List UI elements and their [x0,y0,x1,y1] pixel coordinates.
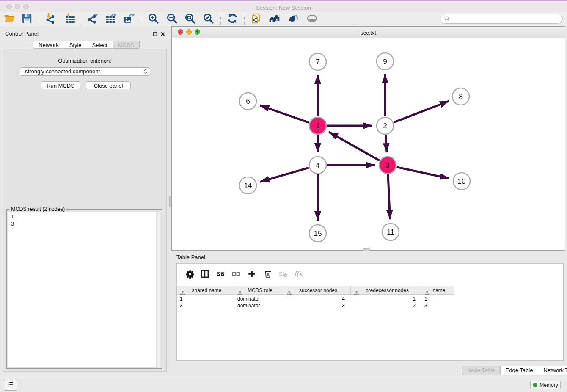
mcds-panel: Optimization criterion: strongly connect… [3,49,167,372]
edge-2-3[interactable] [385,135,387,152]
open-session-icon [4,13,15,26]
zoom-selected-icon [203,13,214,26]
column-header-name[interactable]: name [421,286,454,294]
zoom-out-icon [166,13,178,26]
edge-2-8[interactable] [394,101,449,122]
add-row-button[interactable] [246,269,257,280]
apply-preferred-layout-button[interactable] [226,13,239,25]
list-icon [7,381,14,390]
float-panel-icon[interactable] [152,31,158,36]
zoom-in-button[interactable] [146,13,160,25]
zoom-out-button[interactable] [165,13,179,25]
select-all-rows-button[interactable] [215,269,226,280]
edge-3-10[interactable] [396,167,449,179]
column-label: shared name [192,287,221,293]
network-canvas[interactable]: 1234678910111415 [172,38,565,250]
cell: 3 [177,303,234,309]
mcds-result-title: MCDS result (2 nodes) [9,206,66,212]
control-panel-tabs: NetworkStyleSelectMCDS [33,41,140,49]
node-8[interactable]: 8 [452,88,469,105]
toolbar-divider [244,14,245,25]
task-history-button[interactable] [4,380,17,391]
node-3[interactable]: 3 [379,157,396,174]
node-15[interactable]: 15 [309,225,326,242]
svg-text:4: 4 [316,161,319,169]
criterion-select[interactable]: strongly connected component [20,67,150,76]
node-6[interactable]: 6 [239,93,256,110]
save-session-button[interactable] [20,13,33,25]
export-network-button[interactable] [85,13,99,25]
mcds-result-list[interactable]: 13 [8,212,160,367]
cell: 3 [284,303,351,309]
delete-row-button[interactable] [262,269,273,280]
table-options-button[interactable] [184,269,195,280]
svg-text:15: 15 [314,229,322,237]
column-header-predecessor-nodes[interactable]: predecessor nodes [351,286,421,294]
node-4[interactable]: 4 [309,157,326,174]
node-10[interactable]: 10 [453,173,470,190]
first-neighbors-icon [269,13,280,26]
memory-button[interactable]: Memory [530,381,561,389]
window-title: Session: New Session [0,5,567,11]
show-graphics-details-button[interactable] [286,13,300,25]
tab-mcds[interactable]: MCDS [113,41,140,49]
import-network-button[interactable] [43,13,57,25]
edge-3-1[interactable] [329,132,380,160]
node-11[interactable]: 11 [382,224,399,240]
node-2[interactable]: 2 [377,117,394,134]
show-columns-button[interactable] [199,269,210,280]
result-scrollbar[interactable] [156,212,160,367]
cell: 2 [351,303,421,309]
zoom-selected-button[interactable] [201,13,215,25]
horizontal-split-grip[interactable] [363,248,370,251]
import-table-icon [64,13,76,26]
network-title: scc.txt [172,30,565,36]
main-toolbar [0,12,567,26]
cell: dominator [234,303,284,309]
export-table-button[interactable] [104,13,118,25]
optimization-criterion-label: Optimization criterion: [3,58,166,64]
function-builder-button: f(x) [293,269,304,280]
select-all-rows-icon [216,269,225,280]
svg-text:11: 11 [387,228,394,236]
titlebar: Session: New Session [0,1,567,12]
birds-eye-view-button[interactable] [305,13,319,25]
function-builder-icon: f(x) [294,269,303,280]
open-session-button[interactable] [3,13,16,25]
first-neighbors-button[interactable] [267,13,281,25]
edge-1-6[interactable] [260,105,309,123]
column-header-shared-name[interactable]: shared name [177,286,234,294]
tab-edge-table[interactable]: Edge Table [501,366,539,375]
edge-4-14[interactable] [260,168,309,182]
deselect-all-rows-icon [231,269,241,280]
zoom-fit-button[interactable] [183,13,197,25]
tab-style[interactable]: Style [64,41,87,49]
deselect-all-rows-button[interactable] [231,269,242,280]
clone-network-icon [250,13,261,26]
tab-network[interactable]: Network [33,41,64,49]
memory-status-icon [533,383,537,387]
clone-network-button[interactable] [249,13,262,25]
node-1[interactable]: 1 [309,117,326,134]
table-row-3[interactable]: 3dominator323 [177,303,454,309]
close-panel-icon[interactable] [160,31,165,36]
table-tabs: Node TableEdge TableNetwork TableMotifs [462,366,567,375]
zoom-fit-icon [184,13,196,26]
search-input[interactable] [440,14,563,24]
node-7[interactable]: 7 [309,53,326,70]
cell: 3 [421,303,454,309]
run-mcds-button[interactable]: Run MCDS [41,81,80,89]
column-header-successor-nodes[interactable]: successor nodes [284,286,351,294]
column-header-MCDS-role[interactable]: MCDS role [234,286,284,294]
node-14[interactable]: 14 [239,177,256,194]
tab-node-table[interactable]: Node Table [462,366,501,375]
close-panel-button[interactable]: Close panel [86,81,131,89]
tab-network-table[interactable]: Network Table [538,366,567,375]
node-9[interactable]: 9 [377,53,394,70]
export-image-button[interactable] [122,13,136,25]
import-table-button[interactable] [63,13,77,25]
svg-text:9: 9 [383,58,387,66]
tab-select[interactable]: Select [87,41,113,49]
table-row-1[interactable]: 1dominator411 [177,296,454,303]
edge-3-11[interactable] [388,174,390,219]
